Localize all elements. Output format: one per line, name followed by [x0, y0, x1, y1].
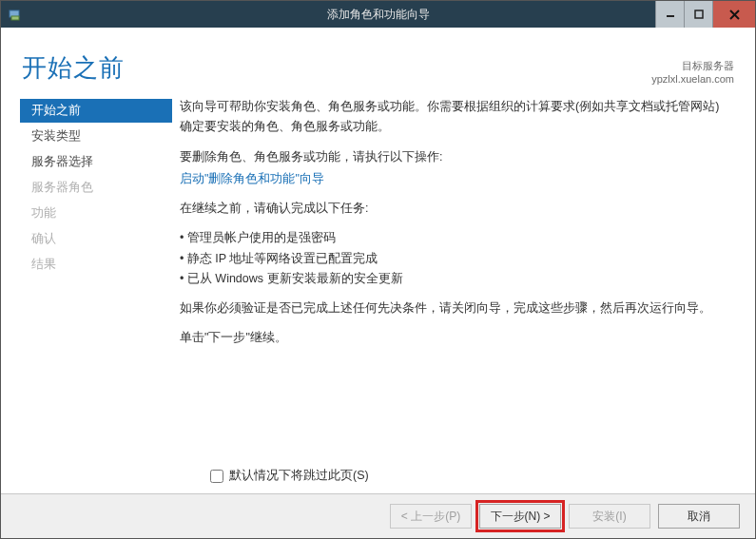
pre-check-prompt: 在继续之前，请确认完成以下任务: [180, 199, 728, 219]
sidebar-item-features: 功能 [20, 202, 172, 225]
skip-label: 默认情况下将跳过此页(S) [229, 468, 369, 484]
titlebar[interactable]: 添加角色和功能向导 [1, 1, 755, 28]
sidebar-item-confirmation: 确认 [20, 227, 172, 251]
page-title: 开始之前 [22, 51, 125, 85]
wizard-body: 该向导可帮助你安装角色、角色服务或功能。你需要根据组织的计算要求(例如共享文档或… [180, 95, 736, 462]
target-server-info: 目标服务器 ypzlxl.xuelan.com [651, 59, 734, 85]
window-title: 添加角色和功能向导 [327, 7, 430, 23]
cancel-button[interactable]: 取消 [658, 504, 740, 529]
remove-prompt: 要删除角色、角色服务或功能，请执行以下操作: [180, 147, 728, 167]
prereq-item: 已从 Windows 更新安装最新的安全更新 [180, 269, 728, 289]
previous-button: < 上一步(P) [390, 504, 472, 529]
install-button: 安装(I) [569, 504, 650, 529]
server-name: ypzlxl.xuelan.com [651, 73, 734, 85]
maximize-button[interactable] [684, 1, 712, 28]
window-controls [655, 1, 755, 28]
sidebar-item-server-roles: 服务器角色 [20, 176, 172, 200]
prereq-item: 静态 IP 地址等网络设置已配置完成 [180, 249, 728, 269]
sidebar-item-server-selection[interactable]: 服务器选择 [20, 150, 172, 174]
wizard-window: 添加角色和功能向导 开始之前 目标服务器 ypzlxl.xuelan.com 开… [0, 0, 756, 539]
sidebar-item-before-you-begin[interactable]: 开始之前 [20, 99, 172, 123]
close-button[interactable] [712, 1, 755, 28]
content-area: 开始之前 目标服务器 ypzlxl.xuelan.com 开始之前 安装类型 服… [1, 28, 755, 538]
header-row: 开始之前 目标服务器 ypzlxl.xuelan.com [1, 28, 755, 90]
sidebar: 开始之前 安装类型 服务器选择 服务器角色 功能 确认 结果 [20, 95, 172, 462]
verify-note: 如果你必须验证是否已完成上述任何先决条件，请关闭向导，完成这些步骤，然后再次运行… [180, 298, 728, 318]
prereq-list: 管理员帐户使用的是强密码 静态 IP 地址等网络设置已配置完成 已从 Windo… [180, 228, 728, 289]
app-icon [7, 6, 24, 23]
sidebar-item-installation-type[interactable]: 安装类型 [20, 125, 172, 148]
intro-text: 该向导可帮助你安装角色、角色服务或功能。你需要根据组织的计算要求(例如共享文档或… [180, 97, 728, 138]
svg-rect-3 [695, 10, 703, 18]
svg-rect-1 [11, 16, 19, 20]
server-label: 目标服务器 [651, 59, 734, 73]
main-row: 开始之前 安装类型 服务器选择 服务器角色 功能 确认 结果 该向导可帮助你安装… [1, 90, 755, 462]
footer: < 上一步(P) 下一步(N) > 安装(I) 取消 [1, 493, 755, 538]
prereq-item: 管理员帐户使用的是强密码 [180, 228, 728, 248]
remove-roles-link[interactable]: 启动"删除角色和功能"向导 [180, 172, 324, 185]
minimize-button[interactable] [655, 1, 684, 28]
skip-checkbox[interactable] [210, 470, 223, 483]
next-button[interactable]: 下一步(N) > [479, 504, 561, 529]
continue-note: 单击"下一步"继续。 [180, 328, 728, 348]
skip-row: 默认情况下将跳过此页(S) [1, 462, 755, 493]
sidebar-item-results: 结果 [20, 253, 172, 277]
